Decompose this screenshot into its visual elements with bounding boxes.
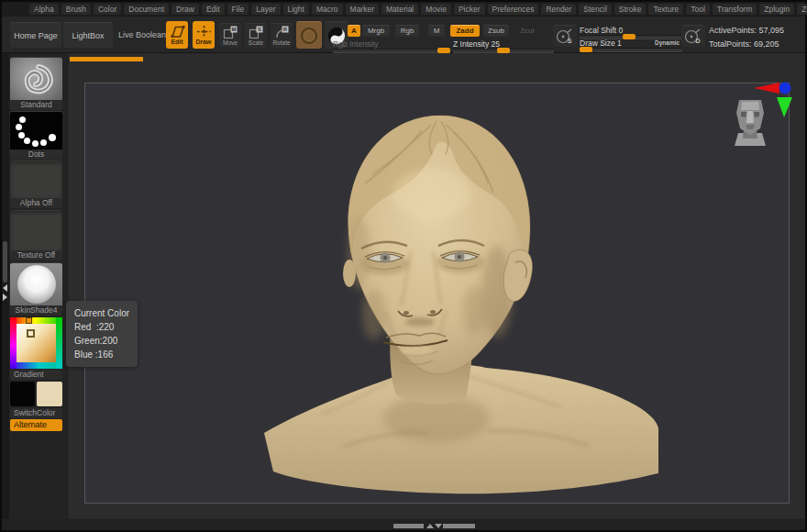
menu-item-tool[interactable]: Tool bbox=[686, 4, 710, 16]
stroke-popup-button[interactable]: S bbox=[553, 25, 577, 47]
zsub-toggle[interactable]: Zsub bbox=[483, 25, 509, 37]
hue-cursor bbox=[26, 317, 32, 324]
saturation-value-square[interactable] bbox=[17, 324, 56, 362]
alpha-off-thumbnail[interactable] bbox=[10, 161, 62, 198]
menu-item-layer[interactable]: Layer bbox=[251, 4, 280, 16]
stroke-name-label: Dots bbox=[10, 150, 62, 160]
focal-shift-slider[interactable]: Focal Shift 0 bbox=[580, 26, 682, 39]
tooltip-title: Current Color bbox=[74, 306, 129, 320]
draw-size-popup-button[interactable]: D bbox=[681, 25, 705, 47]
menu-item-macro[interactable]: Macro bbox=[312, 4, 343, 16]
z-intensity-slider[interactable]: Z Intensity 25 bbox=[453, 39, 554, 53]
zcut-toggle[interactable]: Zcut bbox=[514, 25, 540, 37]
secondary-color-swatch[interactable] bbox=[37, 382, 62, 406]
draw-label: Draw bbox=[195, 39, 211, 45]
menu-item-document[interactable]: Document bbox=[124, 4, 169, 16]
menu-item-texture[interactable]: Texture bbox=[648, 4, 683, 16]
lightbox-button[interactable]: LightBox bbox=[63, 22, 113, 48]
material-name-label: SkinShade4 bbox=[10, 305, 62, 316]
main-color-swatch[interactable] bbox=[10, 382, 35, 406]
bottom-tray-divider bbox=[2, 519, 805, 530]
tray-expand-right-icon[interactable] bbox=[3, 294, 7, 301]
texture-off-thumbnail[interactable] bbox=[10, 211, 62, 250]
svg-text:M: M bbox=[232, 27, 237, 32]
menu-item-light[interactable]: Light bbox=[283, 4, 309, 16]
stroke-selector[interactable]: Dots bbox=[10, 111, 62, 160]
home-page-button[interactable]: Home Page bbox=[10, 22, 61, 48]
bottom-divider-left-bar[interactable] bbox=[393, 524, 424, 528]
draw-size-handle[interactable] bbox=[580, 47, 592, 52]
menu-item-stencil[interactable]: Stencil bbox=[579, 4, 612, 16]
draw-d-icon: D bbox=[684, 28, 702, 45]
left-tray: Standard Dots Alpha Off Texture Off bbox=[2, 53, 69, 519]
tray-scroll-thumb[interactable] bbox=[3, 241, 7, 283]
draw-crosshair-icon bbox=[196, 26, 212, 38]
sculpt-model[interactable] bbox=[257, 83, 660, 504]
menu-item-material[interactable]: Material bbox=[381, 4, 418, 16]
standard-brush-thumbnail[interactable] bbox=[10, 58, 62, 100]
menu-item-zplugin[interactable]: Zplugin bbox=[759, 4, 794, 16]
y-axis-arrow-icon bbox=[777, 97, 792, 117]
current-brush-button[interactable] bbox=[296, 21, 322, 49]
tool-preview-thumbnail[interactable] bbox=[732, 94, 768, 148]
m-toggle[interactable]: M bbox=[428, 25, 445, 37]
brush-selector[interactable]: Standard bbox=[10, 57, 62, 110]
menu-item-alpha[interactable]: Alpha bbox=[29, 4, 59, 16]
hue-ring-right[interactable] bbox=[56, 317, 62, 369]
switch-color-label[interactable]: SwitchColor bbox=[10, 408, 62, 418]
tray-collapse-left-icon[interactable] bbox=[3, 284, 7, 292]
menu-item-transform[interactable]: Transform bbox=[713, 4, 757, 16]
tray-open-up-icon[interactable] bbox=[426, 524, 434, 528]
tray-scrollbar[interactable] bbox=[2, 53, 9, 519]
tray-close-down-icon[interactable] bbox=[435, 524, 442, 528]
zadd-toggle[interactable]: Zadd bbox=[450, 25, 480, 37]
menu-item-brush[interactable]: Brush bbox=[61, 4, 91, 16]
rgb-intensity-slider[interactable]: Rgb Intensity bbox=[333, 39, 450, 53]
menu-item-render[interactable]: Render bbox=[541, 4, 576, 16]
menu-item-preferences[interactable]: Preferences bbox=[488, 4, 539, 16]
dynamic-label[interactable]: Dynamic bbox=[655, 39, 680, 46]
texture-selector[interactable]: Texture Off bbox=[10, 210, 62, 260]
menu-item-movie[interactable]: Movie bbox=[421, 4, 451, 16]
menu-item-zscript[interactable]: Zscript bbox=[797, 4, 807, 16]
menu-item-file[interactable]: File bbox=[227, 4, 249, 16]
menu-item-stroke[interactable]: Stroke bbox=[614, 4, 647, 16]
dots-stroke-thumbnail[interactable] bbox=[10, 112, 62, 150]
draw-button[interactable]: Draw bbox=[193, 21, 215, 49]
edit-button[interactable]: Edit bbox=[166, 21, 188, 49]
alpha-selector[interactable]: Alpha Off bbox=[10, 161, 62, 208]
move-button[interactable]: M Move bbox=[219, 23, 241, 48]
brush-stroke-icon bbox=[299, 26, 319, 46]
paint-a-toggle[interactable]: A bbox=[348, 25, 360, 37]
mrgb-toggle[interactable]: Mrgb bbox=[362, 25, 390, 37]
top-shelf: Home Page LightBox Live Boolean Edit Dra… bbox=[2, 17, 805, 53]
brush-swirl-icon bbox=[10, 58, 62, 100]
tooltip-green-value: Green:200 bbox=[74, 334, 129, 348]
edit-label: Edit bbox=[171, 39, 182, 45]
bottom-divider-right-bar[interactable] bbox=[443, 524, 475, 528]
hue-ring-top[interactable] bbox=[10, 317, 62, 324]
hue-ring-bottom[interactable] bbox=[10, 362, 62, 369]
menu-item-edit[interactable]: Edit bbox=[202, 4, 225, 16]
gradient-label[interactable]: Gradient bbox=[10, 370, 62, 380]
material-selector[interactable]: SkinShade4 bbox=[10, 262, 62, 316]
menu-item-draw[interactable]: Draw bbox=[171, 4, 199, 16]
rgb-toggle[interactable]: Rgb bbox=[395, 25, 419, 37]
scale-icon: S bbox=[249, 26, 263, 39]
alternate-button[interactable]: Alternate bbox=[10, 419, 62, 431]
svg-text:R: R bbox=[283, 27, 288, 32]
rotate-label: Rotate bbox=[272, 40, 290, 47]
live-boolean-button[interactable]: Live Boolean bbox=[115, 22, 170, 48]
rotate-button[interactable]: R Rotate bbox=[271, 23, 293, 48]
skinshade-thumbnail[interactable] bbox=[10, 263, 62, 305]
svg-text:S: S bbox=[258, 27, 261, 32]
menu-item-marker[interactable]: Marker bbox=[346, 4, 379, 16]
scale-button[interactable]: S Scale bbox=[245, 23, 267, 48]
color-picker[interactable] bbox=[10, 317, 62, 369]
menu-item-picker[interactable]: Picker bbox=[454, 4, 485, 16]
menu-item-color[interactable]: Color bbox=[94, 4, 121, 16]
lightbox-drag-bar[interactable] bbox=[70, 57, 143, 61]
total-points-stat: TotalPoints: 69,205 bbox=[709, 39, 779, 49]
viewport-area[interactable] bbox=[69, 53, 805, 519]
hue-ring-left[interactable] bbox=[10, 317, 17, 369]
